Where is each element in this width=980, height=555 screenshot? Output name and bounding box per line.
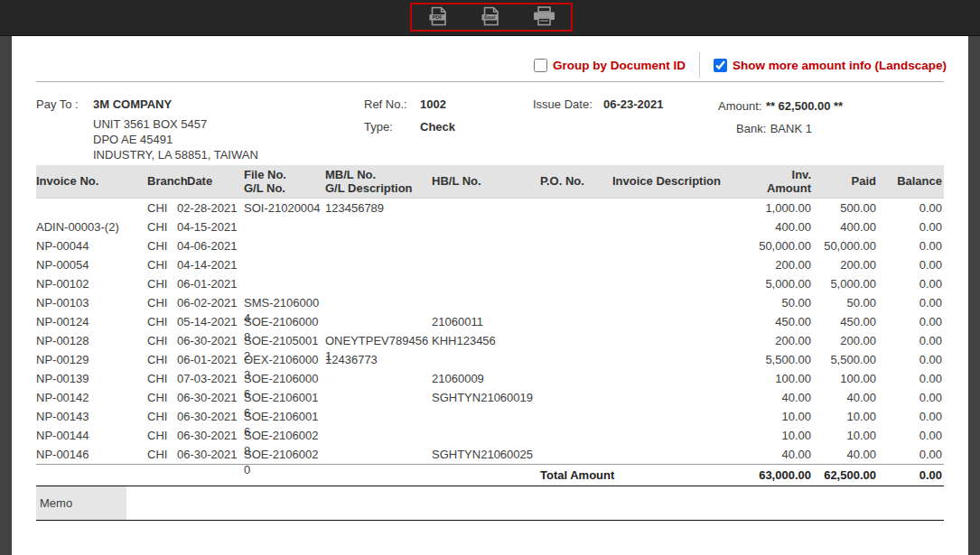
- table-row: NP-00129CHI06-01-2021OEX-210600031243677…: [36, 350, 944, 369]
- excel-export-button[interactable]: Excel: [474, 5, 508, 31]
- cell-po: [540, 369, 612, 388]
- cell-po: [540, 255, 612, 274]
- type-value: Check: [420, 120, 455, 134]
- cell-po: [540, 236, 612, 255]
- issue-date-label: Issue Date:: [533, 97, 593, 111]
- cell-date: 04-06-2021: [177, 236, 244, 255]
- cell-mbl: 123456789: [325, 198, 432, 217]
- issue-date-value: 06-23-2021: [603, 97, 664, 111]
- payee-address-line: INDUSTRY, LA 58851, TAIWAN: [93, 147, 258, 162]
- pdf-file-icon: PDF: [427, 6, 450, 26]
- cell-inv_amount: 1,000.00: [723, 198, 813, 217]
- cell-file: SOE-21060028: [244, 426, 325, 445]
- cell-date: 06-30-2021: [177, 407, 244, 426]
- column-header-invoice: Invoice No.: [36, 165, 147, 198]
- excel-file-icon: Excel: [480, 6, 502, 26]
- cell-date: 02-28-2021: [177, 198, 244, 217]
- cell-balance: 0.00: [878, 217, 944, 236]
- cell-balance: 0.00: [878, 369, 944, 388]
- cell-paid: 40.00: [813, 445, 878, 465]
- group-by-document-id-checkbox[interactable]: [534, 59, 547, 72]
- cell-invoice: ADIN-00003-(2): [36, 217, 147, 236]
- printer-icon: [532, 6, 556, 26]
- column-header-desc: Invoice Description: [612, 165, 723, 198]
- invoice-report: Invoice No.BranchDateFile No. G/L No.MB/…: [36, 165, 944, 521]
- column-header-mbl: MB/L No. G/L Description: [325, 165, 432, 198]
- cell-desc: [612, 331, 723, 350]
- cell-branch: CHI: [147, 293, 177, 312]
- cell-balance: 0.00: [878, 407, 944, 426]
- cell-file: SOE-21060016: [244, 388, 325, 407]
- cell-balance: 0.00: [878, 350, 944, 369]
- cell-invoice: NP-00124: [36, 312, 147, 331]
- cell-inv_amount: 5,000.00: [723, 274, 813, 293]
- cell-desc: [612, 255, 723, 274]
- cell-balance: 0.00: [878, 445, 944, 465]
- cell-inv_amount: 50,000.00: [723, 236, 813, 255]
- cell-hbl: 21060009: [432, 369, 540, 388]
- bank-label: Bank:: [736, 122, 766, 135]
- cell-paid: 100.00: [813, 369, 878, 388]
- cell-balance: 0.00: [878, 255, 944, 274]
- show-more-amount-info-option[interactable]: Show more amount info (Landscape): [714, 59, 947, 72]
- cell-inv_amount: 200.00: [723, 255, 813, 274]
- cell-inv_amount: 200.00: [723, 331, 813, 350]
- cell-hbl: [432, 426, 540, 445]
- cell-paid: 10.00: [813, 407, 878, 426]
- column-header-hbl: HB/L No.: [432, 165, 540, 198]
- cell-paid: 500.00: [813, 198, 878, 217]
- cell-po: [540, 445, 612, 465]
- cell-hbl: [432, 236, 540, 255]
- cell-branch: CHI: [147, 426, 177, 445]
- cell-file: [244, 217, 325, 236]
- cell-paid: 400.00: [813, 217, 878, 236]
- table-row: NP-00142CHI06-30-2021SOE-21060016SGHTYN2…: [36, 388, 944, 407]
- cell-branch: CHI: [147, 198, 177, 217]
- payee-address-line: UNIT 3561 BOX 5457: [93, 116, 207, 132]
- cell-desc: [612, 236, 723, 255]
- cell-paid: 5,500.00: [813, 350, 878, 369]
- cell-balance: 0.00: [878, 331, 944, 350]
- column-header-po: P.O. No.: [540, 165, 612, 198]
- invoice-table-body: CHI02-28-2021SOI-210200041234567891,000.…: [36, 198, 944, 464]
- table-row: NP-00139CHI07-03-2021SOE-210600062106000…: [36, 369, 944, 388]
- table-row: NP-00146CHI06-30-2021SOE-21060020SGHTYN2…: [36, 445, 944, 465]
- group-by-document-id-option[interactable]: Group by Document ID: [534, 59, 686, 72]
- table-row: NP-00054CHI04-14-2021200.00200.000.00: [36, 255, 944, 274]
- memo-value[interactable]: [126, 486, 944, 520]
- cell-date: 04-15-2021: [177, 217, 244, 236]
- cell-paid: 50,000.00: [813, 236, 878, 255]
- column-header-branch: Branch: [147, 165, 177, 198]
- cell-date: 06-30-2021: [177, 388, 244, 407]
- cell-paid: 10.00: [813, 426, 878, 445]
- cell-invoice: NP-00146: [36, 445, 147, 465]
- cell-branch: CHI: [147, 274, 177, 293]
- cell-file: [244, 236, 325, 255]
- show-more-amount-info-label: Show more amount info (Landscape): [733, 59, 947, 72]
- cell-file: SOE-21060006: [244, 369, 325, 388]
- cell-po: [540, 426, 612, 445]
- cell-file: SOE-21060008: [244, 312, 325, 331]
- cell-mbl: [325, 407, 432, 426]
- cell-po: [540, 293, 612, 312]
- type-label: Type:: [364, 120, 393, 134]
- cell-balance: 0.00: [878, 426, 944, 445]
- cell-inv_amount: 50.00: [723, 293, 813, 312]
- table-row: NP-00143CHI06-30-2021SOE-2106001610.0010…: [36, 407, 944, 426]
- cell-branch: CHI: [147, 236, 177, 255]
- column-header-paid: Paid: [813, 165, 878, 198]
- print-button[interactable]: [527, 5, 562, 31]
- total-row: Total Amount 63,000.00 62,500.00 0.00: [36, 464, 944, 486]
- cell-paid: 5,000.00: [813, 274, 878, 293]
- cell-mbl: [325, 312, 432, 331]
- cell-hbl: [432, 350, 540, 369]
- table-row: NP-00103CHI06-02-2021SMS-2106000450.0050…: [36, 293, 944, 312]
- memo-label: Memo: [36, 486, 126, 520]
- cell-mbl: [325, 369, 432, 388]
- pdf-export-button[interactable]: PDF: [422, 5, 455, 31]
- cell-date: 06-01-2021: [177, 350, 244, 369]
- cell-inv_amount: 450.00: [723, 312, 813, 331]
- cell-po: [540, 312, 612, 331]
- cell-po: [540, 274, 612, 293]
- show-more-amount-info-checkbox[interactable]: [714, 59, 727, 72]
